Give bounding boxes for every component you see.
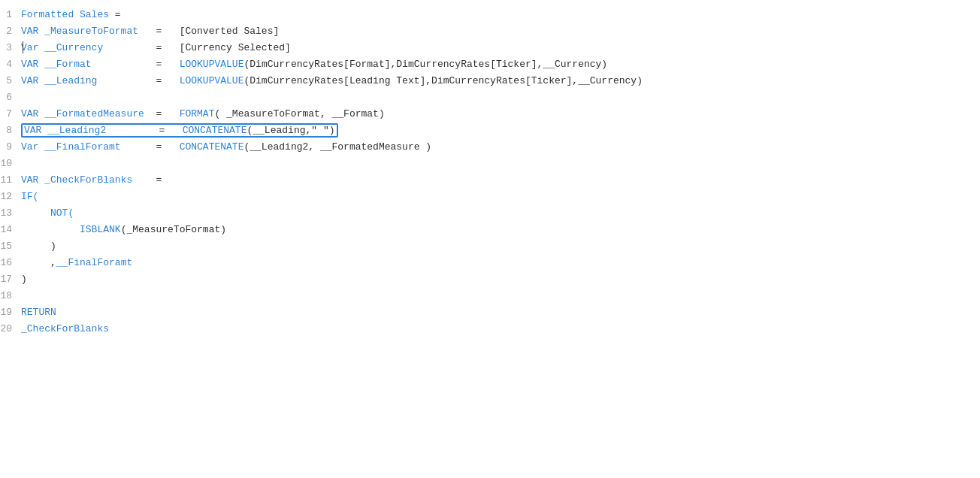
code-line-8: 8 VAR __Leading2 = CONCATENATE(__Leading…: [0, 122, 980, 138]
line-content-14: ISBLANK(_MeasureToFormat): [21, 224, 980, 235]
line-content-17: ): [21, 274, 980, 285]
line-content-11: VAR _CheckForBlanks =: [21, 174, 980, 186]
code-line-18: 18: [0, 287, 980, 304]
line-content-12: IF(: [21, 191, 980, 202]
code-line-19: 19 RETURN: [0, 304, 980, 320]
line-num-16: 16: [0, 257, 21, 268]
code-line-17: 17 ): [0, 271, 980, 287]
text-cursor: [23, 41, 23, 53]
code-line-1: 1 Formatted Sales =: [0, 6, 980, 23]
code-line-2: 2 VAR _MeasureToFormat = [Converted Sale…: [0, 23, 980, 39]
line-content-16: ,__FinalForamt: [21, 257, 980, 268]
highlight-box-line8: VAR __Leading2 = CONCATENATE(__Leading,"…: [21, 123, 338, 138]
line-num-2: 2: [0, 26, 21, 37]
line-content-18: [21, 290, 980, 301]
line-num-18: 18: [0, 290, 21, 301]
line-content-6: [21, 92, 980, 103]
line-num-14: 14: [0, 224, 21, 235]
line-num-1: 1: [0, 9, 21, 20]
line-content-8: VAR __Leading2 = CONCATENATE(__Leading,"…: [21, 123, 980, 138]
line-content-4: VAR __Format = LOOKUPVALUE(DimCurrencyRa…: [21, 59, 980, 70]
code-line-15: 15 ): [0, 237, 980, 254]
line-num-3: 3: [0, 42, 21, 53]
code-line-4: 4 VAR __Format = LOOKUPVALUE(DimCurrency…: [0, 56, 980, 72]
line-num-8: 8: [0, 125, 21, 136]
line-num-7: 7: [0, 108, 21, 120]
code-line-6: 6: [0, 89, 980, 105]
line-content-5: VAR __Leading = LOOKUPVALUE(DimCurrencyR…: [21, 75, 980, 86]
line-content-10: [21, 158, 980, 169]
line-num-5: 5: [0, 75, 21, 86]
code-line-16: 16 ,__FinalForamt: [0, 254, 980, 271]
code-line-7: 7 VAR __FormatedMeasure = FORMAT( _Measu…: [0, 105, 980, 122]
code-line-14: 14 ISBLANK(_MeasureToFormat): [0, 221, 980, 237]
code-line-11: 11 VAR _CheckForBlanks =: [0, 171, 980, 188]
line-num-4: 4: [0, 59, 21, 70]
line-num-9: 9: [0, 141, 21, 153]
code-line-10: 10: [0, 155, 980, 171]
code-line-12: 12 IF(: [0, 188, 980, 204]
line-num-19: 19: [0, 307, 21, 318]
code-line-20: 20 _CheckForBlanks: [0, 320, 980, 337]
line-num-11: 11: [0, 174, 21, 186]
line-content-7: VAR __FormatedMeasure = FORMAT( _Measure…: [21, 108, 980, 120]
line-content-2: VAR _MeasureToFormat = [Converted Sales]: [21, 26, 980, 37]
line-num-20: 20: [0, 323, 21, 334]
line-content-20: _CheckForBlanks: [21, 323, 980, 334]
line-num-17: 17: [0, 274, 21, 285]
code-line-5: 5 VAR __Leading = LOOKUPVALUE(DimCurrenc…: [0, 72, 980, 89]
line-content-9: Var __FinalForamt = CONCATENATE(__Leadin…: [21, 141, 980, 153]
line-num-6: 6: [0, 92, 21, 103]
line-num-12: 12: [0, 191, 21, 202]
line-content-19: RETURN: [21, 307, 980, 318]
line-num-13: 13: [0, 207, 21, 219]
line-num-10: 10: [0, 158, 21, 169]
line-num-15: 15: [0, 241, 21, 252]
line-content-3: Var __Currency = [Currency Selected]: [21, 42, 980, 53]
code-line-3: 3 Var __Currency = [Currency Selected]: [0, 39, 980, 56]
line-content-15: ): [21, 241, 980, 252]
line-content-1: Formatted Sales =: [21, 9, 980, 20]
code-line-13: 13 NOT(: [0, 204, 980, 221]
line-content-13: NOT(: [21, 207, 980, 219]
code-editor[interactable]: 1 Formatted Sales = 2 VAR _MeasureToForm…: [0, 0, 980, 478]
code-line-9: 9 Var __FinalForamt = CONCATENATE(__Lead…: [0, 138, 980, 155]
